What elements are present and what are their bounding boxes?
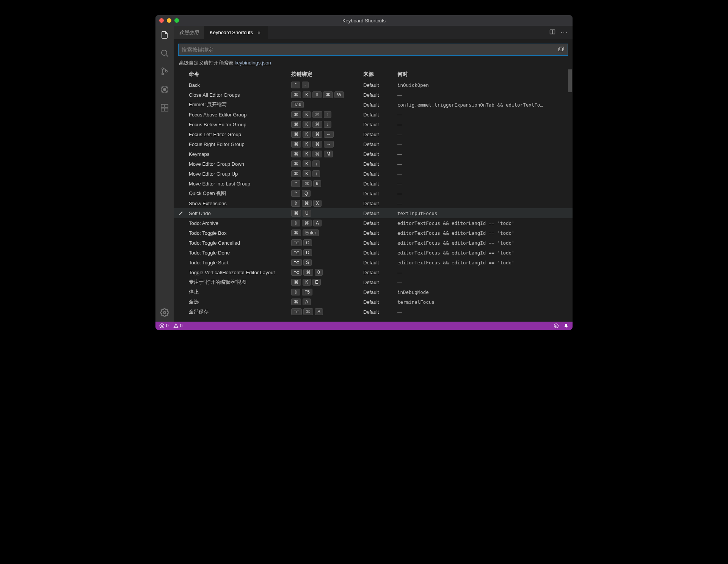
edit-keybinding-icon[interactable] bbox=[175, 113, 187, 116]
table-header: 命令 按键绑定 来源 何时 bbox=[174, 69, 573, 79]
status-feedback-icon[interactable] bbox=[554, 323, 559, 328]
edit-keybinding-icon[interactable] bbox=[175, 153, 187, 155]
col-when: 何时 bbox=[395, 70, 571, 79]
tab-welcome[interactable]: 欢迎使用 bbox=[174, 26, 204, 39]
table-row[interactable]: Soft Undo⌘UDefaulttextInputFocus bbox=[174, 208, 573, 218]
table-row[interactable]: Toggle Vertical/Horizontal Editor Layout… bbox=[174, 267, 573, 277]
source-cell: Default bbox=[361, 130, 395, 138]
key-cap: K bbox=[303, 131, 311, 138]
key-cap: C bbox=[303, 239, 312, 246]
close-tab-icon[interactable]: × bbox=[256, 30, 262, 36]
edit-keybinding-icon[interactable] bbox=[175, 202, 187, 204]
svg-rect-7 bbox=[161, 108, 164, 111]
key-cap: ⌥ bbox=[291, 269, 302, 276]
table-row[interactable]: Quick Open 视图⌃QDefault— bbox=[174, 189, 573, 198]
keybinding-cell: ⌘K⌘↓ bbox=[289, 120, 361, 129]
table-row[interactable]: Move Editor into Last Group⌃⌘9Default— bbox=[174, 179, 573, 189]
table-row[interactable]: Move Editor Group Up⌘K↑Default— bbox=[174, 169, 573, 179]
split-editor-icon[interactable] bbox=[549, 29, 555, 36]
edit-keybinding-icon[interactable] bbox=[175, 242, 187, 244]
key-cap: ↑ bbox=[312, 170, 320, 177]
key-cap: ⌃ bbox=[291, 190, 300, 197]
key-cap: K bbox=[303, 160, 311, 167]
record-keys-icon[interactable] bbox=[558, 46, 565, 54]
edit-keybinding-icon[interactable] bbox=[175, 281, 187, 283]
debug-icon[interactable] bbox=[159, 84, 170, 95]
key-cap: ↑ bbox=[324, 111, 331, 118]
keybinding-cell: ⌃Q bbox=[289, 189, 361, 198]
keybinding-cell: ⌘K⌘↑ bbox=[289, 110, 361, 119]
status-warnings[interactable]: 0 bbox=[173, 323, 183, 328]
edit-keybinding-icon[interactable] bbox=[175, 261, 187, 264]
edit-keybinding-icon[interactable] bbox=[175, 271, 187, 273]
edit-keybinding-icon[interactable] bbox=[175, 232, 187, 234]
table-row[interactable]: 专注于"打开的编辑器"视图⌘KEDefault— bbox=[174, 277, 573, 287]
table-row[interactable]: Todo: Archive⇧⌘ADefaulteditorTextFocus &… bbox=[174, 218, 573, 228]
edit-keybinding-icon[interactable] bbox=[175, 301, 187, 303]
table-row[interactable]: Focus Right Editor Group⌘K⌘→Default— bbox=[174, 139, 573, 149]
keybinding-cell: ⌃- bbox=[289, 80, 361, 90]
editor-area: 欢迎使用 Keyboard Shortcuts × ··· bbox=[174, 26, 573, 322]
edit-keybinding-icon[interactable] bbox=[175, 173, 187, 175]
when-cell: — bbox=[395, 130, 571, 138]
tab-keyboard-shortcuts[interactable]: Keyboard Shortcuts × bbox=[204, 26, 268, 39]
table-row[interactable]: 全选⌘ADefaultterminalFocus bbox=[174, 297, 573, 307]
warning-count: 0 bbox=[180, 323, 183, 328]
table-row[interactable]: Show Extensions⇧⌘XDefault— bbox=[174, 198, 573, 208]
settings-gear-icon[interactable] bbox=[159, 307, 170, 318]
table-row[interactable]: Todo: Toggle Start⌥SDefaulteditorTextFoc… bbox=[174, 258, 573, 267]
source-cell: Default bbox=[361, 111, 395, 119]
table-row[interactable]: Back⌃-DefaultinQuickOpen bbox=[174, 80, 573, 90]
key-cap: Q bbox=[302, 190, 311, 197]
edit-keybinding-icon[interactable] bbox=[175, 94, 187, 96]
keybinding-cell: ⇧⌘A bbox=[289, 218, 361, 228]
table-row[interactable]: Todo: Toggle Done⌥DDefaulteditorTextFocu… bbox=[174, 248, 573, 258]
table-row[interactable]: Focus Left Editor Group⌘K⌘←Default— bbox=[174, 129, 573, 139]
keybinding-cell: ⌘Enter bbox=[289, 228, 361, 237]
table-row[interactable]: 全部保存⌥⌘SDefault— bbox=[174, 307, 573, 317]
key-cap: ⌥ bbox=[291, 249, 302, 256]
edit-keybinding-icon[interactable] bbox=[175, 163, 187, 165]
svg-point-5 bbox=[163, 88, 166, 91]
edit-keybinding-icon[interactable] bbox=[175, 123, 187, 126]
status-errors[interactable]: 0 bbox=[159, 323, 169, 328]
status-bell-icon[interactable] bbox=[563, 323, 569, 328]
table-row[interactable]: Todo: Toggle Cancelled⌥CDefaulteditorTex… bbox=[174, 238, 573, 248]
edit-keybinding-icon[interactable] bbox=[175, 84, 187, 86]
edit-keybinding-icon[interactable] bbox=[175, 222, 187, 224]
search-box[interactable] bbox=[178, 44, 568, 56]
explorer-icon[interactable] bbox=[159, 30, 170, 40]
source-control-icon[interactable] bbox=[159, 66, 170, 77]
edit-keybinding-icon[interactable] bbox=[175, 104, 187, 106]
table-row[interactable]: Keymaps⌘K⌘MDefault— bbox=[174, 149, 573, 159]
edit-keybinding-icon[interactable] bbox=[175, 182, 187, 185]
table-row[interactable]: Todo: Toggle Box⌘EnterDefaulteditorTextF… bbox=[174, 228, 573, 238]
key-cap: ← bbox=[324, 131, 334, 138]
command-cell: 全部保存 bbox=[187, 307, 289, 316]
source-cell: Default bbox=[361, 121, 395, 129]
keybindings-json-link[interactable]: keybindings.json bbox=[235, 60, 271, 66]
search-input[interactable] bbox=[182, 47, 555, 53]
scrollbar-thumb[interactable] bbox=[568, 69, 572, 92]
edit-keybinding-icon[interactable] bbox=[175, 192, 187, 195]
table-row[interactable]: Move Editor Group Down⌘K↓Default— bbox=[174, 159, 573, 169]
table-row[interactable]: 停止⇧F5DefaultinDebugMode bbox=[174, 287, 573, 297]
edit-keybinding-icon[interactable] bbox=[175, 291, 187, 293]
edit-keybinding-icon[interactable] bbox=[175, 133, 187, 135]
source-cell: Default bbox=[361, 269, 395, 277]
table-row[interactable]: Emmet: 展开缩写TabDefaultconfig.emmet.trigge… bbox=[174, 100, 573, 110]
table-row[interactable]: Focus Below Editor Group⌘K⌘↓Default— bbox=[174, 119, 573, 129]
edit-keybinding-icon[interactable] bbox=[175, 251, 187, 254]
source-cell: Default bbox=[361, 308, 395, 316]
table-row[interactable]: Focus Above Editor Group⌘K⌘↑Default— bbox=[174, 110, 573, 119]
key-cap: ⌘ bbox=[291, 151, 301, 157]
edit-keybinding-icon[interactable] bbox=[175, 143, 187, 145]
edit-keybinding-icon[interactable] bbox=[175, 311, 187, 313]
more-actions-icon[interactable]: ··· bbox=[561, 29, 568, 36]
edit-keybinding-icon[interactable] bbox=[175, 209, 187, 217]
search-icon[interactable] bbox=[159, 48, 170, 58]
extensions-icon[interactable] bbox=[159, 102, 170, 113]
keybinding-cell: ⌘U bbox=[289, 209, 361, 218]
table-row[interactable]: Close All Editor Groups⌘K⇧⌘WDefault— bbox=[174, 90, 573, 100]
keyboard-shortcuts-editor: 高级自定义请打开和编辑 keybindings.json 命令 按键绑定 来源 … bbox=[174, 39, 573, 322]
